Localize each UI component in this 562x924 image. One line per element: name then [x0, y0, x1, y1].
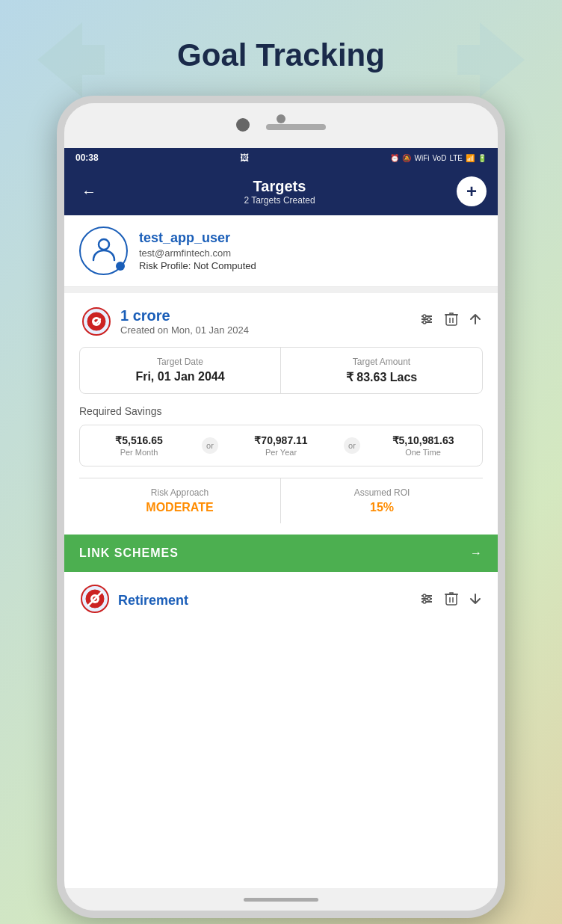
- svg-point-11: [427, 318, 430, 321]
- signal-icon: 📶: [466, 154, 475, 162]
- goal-card-2: Retirement: [64, 572, 498, 629]
- per-month-label: Per Month: [86, 448, 192, 457]
- avatar: [79, 227, 128, 275]
- risk-roi-grid: Risk Approach MODERATE Assumed ROI 15%: [79, 478, 483, 523]
- goal-header-left: 1 crore Created on Mon, 01 Jan 2024: [79, 304, 249, 338]
- or-divider-1: or: [198, 437, 222, 454]
- avatar-dot: [116, 262, 125, 271]
- wifi-icon: WiFi: [414, 154, 429, 162]
- side-button-right: [504, 178, 505, 223]
- svg-rect-13: [446, 315, 457, 325]
- goal2-down-arrow-icon[interactable]: [468, 591, 483, 610]
- svg-marker-1: [457, 22, 525, 97]
- per-month-amount: ₹5,516.65: [86, 434, 192, 446]
- status-photo-icon: 🖼: [240, 153, 249, 163]
- alarm-icon: ⏰: [390, 154, 399, 162]
- user-info: test_app_user test@armfintech.com Risk P…: [139, 230, 256, 271]
- required-savings-label: Required Savings: [79, 405, 483, 417]
- user-email: test@armfintech.com: [139, 247, 256, 259]
- svg-point-25: [427, 597, 430, 600]
- svg-point-10: [423, 315, 426, 318]
- goal2-settings-icon[interactable]: [419, 591, 435, 611]
- phone-content: test_app_user test@armfintech.com Risk P…: [64, 215, 498, 888]
- app-bar-title: Targets: [102, 178, 457, 195]
- home-indicator: [244, 898, 318, 902]
- svg-point-12: [423, 321, 426, 324]
- phone-mockup: 00:38 🖼 ⏰ 🔕 WiFi VoD LTE 📶 🔋 ← Targets 2…: [57, 96, 505, 918]
- savings-grid: ₹5,516.65 Per Month or ₹70,987.11 Per Ye…: [79, 425, 483, 466]
- target-info-grid: Target Date Fri, 01 Jan 2044 Target Amou…: [79, 347, 483, 394]
- volte-icon: VoD: [432, 154, 446, 162]
- or-divider-2: or: [340, 437, 364, 454]
- svg-point-2: [99, 239, 109, 250]
- svg-marker-0: [37, 22, 105, 97]
- section-divider: [64, 287, 498, 293]
- target-date-cell: Target Date Fri, 01 Jan 2044: [80, 348, 281, 393]
- lte-icon: LTE: [449, 154, 463, 162]
- assumed-roi-cell: Assumed ROI 15%: [281, 478, 483, 523]
- target-date-value: Fri, 01 Jan 2044: [91, 370, 269, 384]
- phone-top-bezel: [64, 103, 498, 148]
- svg-point-26: [423, 600, 426, 603]
- settings-icon[interactable]: [419, 311, 435, 331]
- link-schemes-button[interactable]: LINK SCHEMES →: [64, 535, 498, 572]
- goal-target-icon: [79, 304, 113, 338]
- page-title: Goal Tracking: [177, 37, 385, 73]
- per-month-cell: ₹5,516.65 Per Month: [80, 425, 198, 466]
- user-profile-section: test_app_user test@armfintech.com Risk P…: [64, 215, 498, 287]
- goal2-delete-icon[interactable]: [444, 591, 459, 611]
- link-schemes-label: LINK SCHEMES: [79, 546, 179, 560]
- target-amount-label: Target Amount: [292, 357, 471, 367]
- add-target-button[interactable]: +: [457, 176, 487, 206]
- back-button[interactable]: ←: [75, 178, 102, 205]
- phone-camera: [277, 114, 285, 123]
- app-bar: ← Targets 2 Targets Created +: [64, 167, 498, 215]
- risk-approach-cell: Risk Approach MODERATE: [79, 478, 281, 523]
- app-bar-center: Targets 2 Targets Created: [102, 178, 457, 206]
- one-time-cell: ₹5,10,981.63 One Time: [364, 425, 482, 466]
- per-year-label: Per Year: [228, 448, 334, 457]
- target-date-label: Target Date: [91, 357, 269, 367]
- goal-header: 1 crore Created on Mon, 01 Jan 2024: [79, 304, 483, 338]
- app-bar-subtitle: 2 Targets Created: [102, 195, 457, 206]
- retirement-target-icon: [79, 583, 111, 617]
- phone-speaker: [266, 124, 326, 130]
- risk-profile: Risk Profile: Not Computed: [139, 260, 256, 271]
- goal2-actions: [419, 591, 483, 611]
- status-icons: ⏰ 🔕 WiFi VoD LTE 📶 🔋: [390, 154, 487, 162]
- assumed-roi-value: 15%: [292, 501, 472, 514]
- per-year-cell: ₹70,987.11 Per Year: [222, 425, 340, 466]
- mute-icon: 🔕: [402, 154, 411, 162]
- goal2-left: Retirement: [79, 583, 188, 617]
- risk-approach-value: MODERATE: [90, 501, 269, 514]
- side-button-left: [57, 193, 58, 223]
- username: test_app_user: [139, 230, 256, 246]
- assumed-roi-label: Assumed ROI: [292, 487, 472, 498]
- or-label-1: or: [202, 437, 218, 454]
- battery-icon: 🔋: [478, 154, 487, 162]
- delete-icon[interactable]: [444, 311, 459, 331]
- risk-approach-label: Risk Approach: [90, 487, 269, 498]
- one-time-label: One Time: [370, 448, 476, 457]
- target-amount-value: ₹ 83.63 Lacs: [292, 370, 471, 384]
- target-amount-cell: Target Amount ₹ 83.63 Lacs: [281, 348, 482, 393]
- up-arrow-icon[interactable]: [468, 312, 483, 330]
- per-year-amount: ₹70,987.11: [228, 434, 334, 446]
- svg-rect-27: [446, 594, 457, 605]
- svg-point-24: [423, 594, 426, 597]
- status-time: 00:38: [75, 153, 99, 163]
- goal-title: 1 crore: [120, 307, 249, 324]
- front-camera: [236, 118, 250, 132]
- link-schemes-arrow: →: [470, 546, 483, 560]
- user-icon: [90, 235, 117, 268]
- goal-created-date: Created on Mon, 01 Jan 2024: [120, 324, 249, 336]
- goal-title-group: 1 crore Created on Mon, 01 Jan 2024: [120, 307, 249, 336]
- status-bar: 00:38 🖼 ⏰ 🔕 WiFi VoD LTE 📶 🔋: [64, 148, 498, 167]
- goal-actions: [419, 311, 483, 331]
- phone-bottom-bezel: [64, 888, 498, 911]
- or-label-2: or: [344, 437, 360, 454]
- one-time-amount: ₹5,10,981.63: [370, 434, 476, 446]
- goal2-title: Retirement: [118, 593, 188, 609]
- goal-card-1: 1 crore Created on Mon, 01 Jan 2024: [64, 293, 498, 535]
